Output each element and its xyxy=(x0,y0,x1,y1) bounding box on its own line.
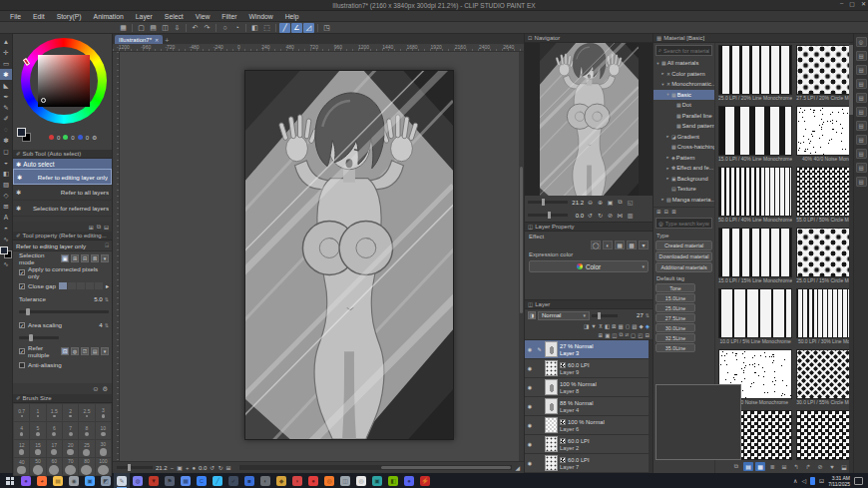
tag-button-300line[interactable]: 30.0Line xyxy=(655,323,695,332)
start-button[interactable] xyxy=(2,473,18,488)
figure-tool[interactable]: ◇ xyxy=(0,190,12,201)
tree-item-basic[interactable]: ▾▦Basic xyxy=(653,90,714,101)
material-item[interactable]: 10.0 LPI / 5% Line Monochrome xyxy=(718,288,792,346)
tone-effect-icon[interactable]: ◐ xyxy=(603,241,613,249)
taskbar-discord-blue[interactable]: ● xyxy=(401,473,417,488)
search-materials-icon[interactable]: ◎ xyxy=(856,37,867,47)
material-item[interactable]: 25.0 LPI / 15% Circle Monochrome xyxy=(796,228,853,285)
rotate-right-icon[interactable]: ↻ xyxy=(217,464,222,471)
menu-select[interactable]: Select xyxy=(159,13,190,20)
new-folder-icon[interactable]: ⊞ xyxy=(656,209,661,215)
crop-icon[interactable]: ⬚ xyxy=(261,23,272,33)
material-folder-7-icon[interactable]: ▤ xyxy=(856,135,867,145)
gradient-tool[interactable]: ▨ xyxy=(0,179,12,190)
menu-filter[interactable]: Filter xyxy=(216,13,242,20)
taskbar-browser-purple[interactable]: ◍ xyxy=(130,473,146,488)
view-list-icon[interactable]: ≣ xyxy=(767,462,777,471)
material-item[interactable]: 25.0 LPI / 20% Line Monochrome xyxy=(718,45,792,103)
delete-layer-icon[interactable]: ⊟ xyxy=(645,332,650,338)
material-folder-9-icon[interactable]: ▤ xyxy=(856,163,867,173)
view-large-grid-icon[interactable]: ▦ xyxy=(755,462,765,471)
zoom-in-icon[interactable]: + xyxy=(186,465,190,471)
brush-size-8[interactable]: 8 xyxy=(79,422,94,439)
material-item[interactable]: 30.0 LPI / 55% Circle Monochrome xyxy=(796,349,853,407)
extract-line-icon[interactable]: ▦ xyxy=(615,241,625,249)
layer-scrollbar[interactable] xyxy=(649,340,652,473)
taskbar-red-orb-game[interactable]: ◗ xyxy=(289,473,305,488)
taskbar-discord[interactable]: ● xyxy=(18,473,34,488)
merge-down-icon[interactable]: ▢ xyxy=(631,332,636,338)
material-item[interactable]: 50.0 LPI / 40% Line Monochrome xyxy=(718,167,792,225)
fill-icon[interactable]: ◧ xyxy=(249,23,260,33)
navigator-rotation-value[interactable]: 0.0 xyxy=(570,213,584,219)
material-folder-8-icon[interactable]: ▤ xyxy=(856,149,867,159)
tree-item-pattern[interactable]: ▸◈Pattern xyxy=(653,153,714,164)
frame-border-tool[interactable]: ⊞ xyxy=(0,201,12,212)
menu-view[interactable]: View xyxy=(190,13,217,20)
new-vector-layer-icon[interactable]: ▣ xyxy=(605,332,610,338)
material-folder-10-icon[interactable]: ▤ xyxy=(856,177,867,187)
taskbar-firefox[interactable]: ◕ xyxy=(34,473,50,488)
network-icon[interactable]: ⊡ xyxy=(819,477,824,484)
selection-mode-subtract[interactable]: ⊟ xyxy=(81,254,89,262)
material-scrollbar[interactable] xyxy=(849,43,853,473)
delete-material-icon[interactable]: ⊘ xyxy=(815,462,825,471)
tag-button-350line[interactable]: 35.0Line xyxy=(655,343,695,352)
brush-size-7[interactable]: 7 xyxy=(63,422,78,439)
tree-item-parallelline[interactable]: ▦Parallel line xyxy=(653,111,714,122)
material-folder-5-icon[interactable]: ▤ xyxy=(856,107,867,117)
taskbar-nvidia-app[interactable]: ◧ xyxy=(385,473,401,488)
close-gap-expand-icon[interactable]: ▸ xyxy=(106,282,109,289)
flip-horizontal-icon[interactable]: ⋈ xyxy=(616,211,625,220)
export-file-icon[interactable]: ⇩ xyxy=(172,23,183,33)
tree-arrow-icon[interactable]: ▾ xyxy=(665,92,670,97)
tree-item-crosshatching[interactable]: ▩Cross-hatching xyxy=(653,142,714,153)
layer-visibility-eye-icon[interactable]: ◉ xyxy=(526,403,534,409)
draft-layer-icon[interactable]: ◈ xyxy=(646,323,650,329)
rotate-left-icon[interactable]: ↺ xyxy=(586,211,595,220)
keyword-search-input[interactable] xyxy=(665,221,709,227)
material-folder-1-icon[interactable]: ▤ xyxy=(856,51,867,61)
blend-mode-dropdown[interactable]: Normal ▾ xyxy=(538,311,590,320)
rotate-left-icon[interactable]: ↺ xyxy=(210,464,215,471)
taskbar-check-app[interactable]: ✓ xyxy=(225,473,241,488)
layer-opacity-value[interactable]: 27 xyxy=(637,312,644,318)
brush-size-4[interactable]: 4 xyxy=(14,422,29,439)
taskbar-photos[interactable]: ▣ xyxy=(82,473,98,488)
tree-arrow-icon[interactable]: ▸ xyxy=(665,134,670,139)
material-item[interactable]: 15.0 LPI / 40% Line Monochrome xyxy=(718,106,792,164)
airbrush-tool[interactable]: ◌ xyxy=(0,124,12,135)
border-effect-icon[interactable]: ◯ xyxy=(591,241,601,249)
operation-tool[interactable]: ▲ xyxy=(0,36,12,47)
selection-launcher-icon[interactable]: ∿ xyxy=(0,258,12,269)
tag-button-275line[interactable]: 27.5Line xyxy=(655,313,695,322)
subtool-item[interactable]: ✱Refer to all layers xyxy=(13,185,112,201)
snap-to-grid-icon[interactable]: ◿ xyxy=(303,23,314,33)
new-file-icon[interactable]: ▢ xyxy=(136,23,147,33)
saturation-value-square[interactable] xyxy=(38,55,90,107)
material-folder-6-icon[interactable]: ▤ xyxy=(856,121,867,131)
brush-size-25[interactable]: 25 xyxy=(79,440,94,457)
brush-size-2[interactable]: 2 xyxy=(63,404,78,421)
taskbar-game-red-v[interactable]: ▼ xyxy=(146,473,162,488)
new-raster-layer-icon[interactable]: ⊞ xyxy=(599,332,604,338)
tree-item-sandpattern[interactable]: ▦Sand pattern xyxy=(653,121,714,132)
new-tab-button[interactable]: + xyxy=(165,37,169,44)
brush-size-12[interactable]: 12 xyxy=(14,440,29,457)
sv-cursor[interactable] xyxy=(41,98,46,103)
menu-edit[interactable]: Edit xyxy=(27,13,51,20)
text-tool[interactable]: A xyxy=(0,212,12,223)
delete-subtool-icon[interactable]: ⊟ xyxy=(104,224,109,231)
anti-aliasing-checkbox[interactable] xyxy=(19,362,25,368)
layer-visibility-eye-icon[interactable]: ◉ xyxy=(526,460,534,466)
paste-material-icon[interactable]: ↰ xyxy=(791,462,801,471)
reset-tool-icon[interactable]: ⊙ xyxy=(93,385,98,392)
taskbar-paint-swoosh[interactable]: ╱ xyxy=(210,473,225,488)
tree-item-background[interactable]: ▸▣Background xyxy=(653,174,714,185)
brush-size-30[interactable]: 30 xyxy=(96,440,111,457)
tree-item-texture[interactable]: ▤Texture xyxy=(653,184,714,195)
color-swatches[interactable] xyxy=(17,128,31,142)
canvas-viewport[interactable] xyxy=(113,52,524,461)
deselect-icon[interactable]: ○ xyxy=(219,23,230,33)
notification-center-icon[interactable] xyxy=(854,477,863,485)
